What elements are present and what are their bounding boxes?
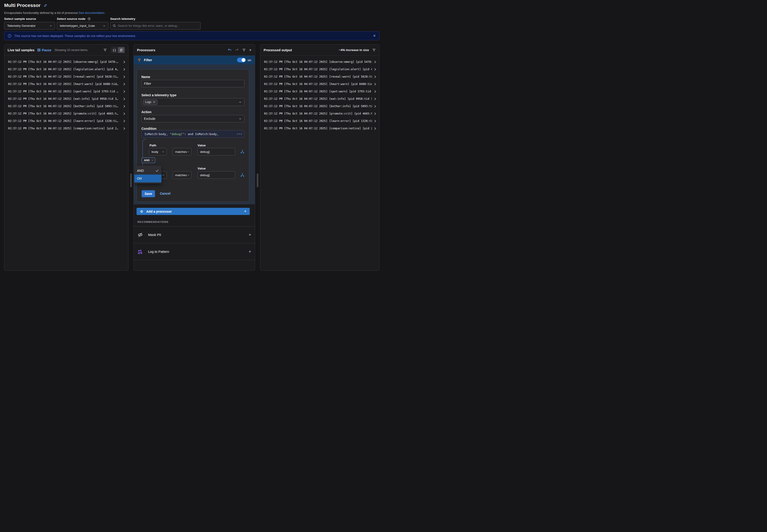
chevron-right-icon[interactable] bbox=[121, 90, 125, 93]
branch-icon[interactable] bbox=[240, 149, 245, 154]
processors-title: Processors bbox=[137, 48, 155, 52]
log-row[interactable]: 02:37:12 PM [Thu Oct 16 04:07:12 2025] [… bbox=[260, 117, 379, 125]
source-node-select[interactable]: telemetrygen_input_1cae bbox=[57, 22, 108, 30]
search-input[interactable] bbox=[118, 24, 198, 27]
chevron-right-icon[interactable] bbox=[121, 83, 125, 86]
combinator-button[interactable]: AND bbox=[142, 157, 155, 163]
processed-output-title: Processed output bbox=[263, 48, 292, 52]
filter-funnel-icon[interactable] bbox=[372, 48, 376, 52]
size-change-badge: ~4% increase in size bbox=[339, 48, 369, 52]
filter-config-card: Name Filter Select a telemetry type Logs… bbox=[136, 69, 249, 202]
branch-icon[interactable] bbox=[240, 172, 245, 178]
add-icon[interactable]: + bbox=[249, 48, 251, 53]
path-select-1[interactable]: body bbox=[149, 148, 167, 155]
chevron-right-icon[interactable] bbox=[372, 127, 376, 130]
chevron-right-icon[interactable] bbox=[121, 68, 125, 71]
chevron-right-icon[interactable] bbox=[372, 60, 376, 63]
recommendation-log-to-pattern[interactable]: Log to Pattern + bbox=[134, 243, 255, 260]
operator-select-1[interactable]: matches bbox=[173, 148, 191, 155]
log-row[interactable]: 02:37:12 PM [Thu Oct 16 04:07:12 2025] [… bbox=[260, 103, 379, 110]
undo-icon[interactable] bbox=[228, 48, 232, 52]
processor-enable-toggle[interactable] bbox=[237, 58, 246, 62]
log-row[interactable]: 02:37:12 PM [Thu Oct 16 04:07:12 2025] [… bbox=[4, 95, 128, 103]
chevron-right-icon[interactable] bbox=[121, 105, 125, 108]
redo-icon[interactable] bbox=[235, 48, 239, 52]
value-input-1[interactable]: debug] bbox=[197, 148, 235, 155]
processor-funnel-icon bbox=[137, 58, 141, 62]
plus-icon[interactable]: + bbox=[248, 232, 251, 237]
chevron-right-icon[interactable] bbox=[121, 120, 125, 123]
log-row[interactable]: 02:37:12 PM [Thu Oct 16 04:07:12 2025] [… bbox=[260, 88, 379, 95]
menu-option-and[interactable]: AND bbox=[134, 167, 161, 175]
log-row[interactable]: 02:37:12 PM [Thu Oct 16 04:07:12 2025] [… bbox=[260, 58, 379, 66]
path-label: Path bbox=[149, 144, 156, 147]
operator-select-2[interactable]: matches bbox=[173, 171, 191, 179]
chevron-right-icon[interactable] bbox=[372, 68, 376, 71]
chevron-down-icon bbox=[187, 174, 190, 177]
log-row[interactable]: 02:37:12 PM [Thu Oct 16 04:07:12 2025] [… bbox=[4, 73, 128, 80]
add-processor-button[interactable]: Add a processor + bbox=[136, 208, 250, 215]
name-input[interactable]: Filter bbox=[141, 80, 244, 87]
json-view-button[interactable]: { } bbox=[111, 47, 118, 53]
log-row[interactable]: 02:37:12 PM [Thu Oct 16 04:07:12 2025] [… bbox=[4, 125, 128, 132]
chevron-right-icon[interactable] bbox=[372, 90, 376, 93]
menu-option-or[interactable]: OR bbox=[134, 175, 161, 182]
filter-processor-row[interactable]: Filter on bbox=[134, 56, 255, 64]
chevron-right-icon[interactable] bbox=[372, 120, 376, 123]
chevron-right-icon[interactable] bbox=[372, 75, 376, 78]
log-row[interactable]: 02:37:12 PM [Thu Oct 16 04:07:12 2025] [… bbox=[260, 95, 379, 103]
chevron-right-icon[interactable] bbox=[121, 97, 125, 100]
log-row[interactable]: 02:37:12 PM [Thu Oct 16 04:07:12 2025] [… bbox=[4, 80, 128, 88]
pause-button[interactable]: Pause bbox=[38, 48, 51, 52]
panel-resize-handle-right[interactable] bbox=[257, 174, 258, 187]
cancel-button[interactable]: Cancel bbox=[160, 192, 170, 195]
log-row[interactable]: 02:37:12 PM [Thu Oct 16 04:07:12 2025] [… bbox=[4, 66, 128, 73]
chevron-right-icon[interactable] bbox=[121, 60, 125, 63]
log-row[interactable]: 02:37:12 PM [Thu Oct 16 04:07:12 2025] [… bbox=[260, 73, 379, 80]
action-select[interactable]: Exclude bbox=[141, 115, 244, 122]
log-row[interactable]: 02:37:12 PM [Thu Oct 16 04:07:12 2025] [… bbox=[4, 88, 128, 95]
log-row[interactable]: 02:37:12 PM [Thu Oct 16 04:07:12 2025] [… bbox=[260, 110, 379, 117]
list-view-button[interactable] bbox=[118, 47, 124, 53]
value-input-2[interactable]: debug] bbox=[197, 171, 235, 179]
sample-source-select[interactable]: Telemetry Generator bbox=[4, 22, 55, 30]
filter-funnel-icon[interactable] bbox=[103, 48, 107, 52]
search-telemetry-box bbox=[110, 22, 200, 30]
condition-label: Condition bbox=[141, 127, 156, 130]
toggle-state-label: on bbox=[248, 58, 251, 62]
live-tail-panel: Live tail samples Pause Showing 10 recen… bbox=[4, 44, 128, 266]
log-row[interactable]: 02:37:12 PM [Thu Oct 16 04:07:12 2025] [… bbox=[4, 58, 128, 66]
chevron-right-icon[interactable] bbox=[372, 105, 376, 108]
help-icon[interactable] bbox=[88, 17, 91, 20]
condition-more-icon[interactable] bbox=[237, 133, 242, 135]
log-row[interactable]: 02:37:12 PM [Thu Oct 16 04:07:12 2025] [… bbox=[4, 117, 128, 125]
panel-resize-handle-left[interactable] bbox=[130, 174, 132, 187]
see-documentation-link[interactable]: See documentation. bbox=[79, 11, 105, 15]
page-title: Multi Processor bbox=[4, 3, 41, 8]
processors-panel: Processors + Filter on bbox=[133, 44, 255, 266]
chevron-right-icon[interactable] bbox=[372, 97, 376, 100]
chevron-right-icon[interactable] bbox=[372, 83, 376, 86]
name-label: Name bbox=[141, 75, 150, 79]
log-row[interactable]: 02:37:12 PM [Thu Oct 16 04:07:12 2025] [… bbox=[4, 103, 128, 110]
telemetry-type-select[interactable]: Logs ✕ bbox=[141, 98, 244, 106]
log-row[interactable]: 02:37:12 PM [Thu Oct 16 04:07:12 2025] [… bbox=[260, 80, 379, 88]
chip-remove-icon[interactable]: ✕ bbox=[153, 100, 155, 104]
chevron-right-icon[interactable] bbox=[372, 112, 376, 115]
log-row[interactable]: 02:37:12 PM [Thu Oct 16 04:07:12 2025] [… bbox=[260, 66, 379, 73]
save-button[interactable]: Save bbox=[142, 190, 155, 197]
deploy-warning-banner: This source has not been deployed. These… bbox=[4, 31, 379, 40]
log-row[interactable]: 02:37:12 PM [Thu Oct 16 04:07:12 2025] [… bbox=[4, 110, 128, 117]
edit-pencil-icon[interactable] bbox=[43, 3, 47, 7]
chevron-down-icon bbox=[238, 100, 242, 104]
filter-funnel-icon[interactable] bbox=[242, 48, 246, 52]
condition-code-box[interactable]: IsMatch(body, "debug]") and IsMatch(body… bbox=[141, 130, 244, 138]
log-row[interactable]: 02:37:12 PM [Thu Oct 16 04:07:12 2025] [… bbox=[260, 125, 379, 132]
plus-icon[interactable]: + bbox=[248, 249, 251, 254]
banner-close-icon[interactable]: ✕ bbox=[373, 34, 376, 38]
chevron-right-icon[interactable] bbox=[121, 112, 125, 115]
recommendation-mask-pii[interactable]: Mask PII + bbox=[134, 226, 255, 243]
chevron-right-icon[interactable] bbox=[121, 75, 125, 78]
view-mode-segmented-control: { } bbox=[111, 47, 125, 53]
chevron-right-icon[interactable] bbox=[121, 127, 125, 130]
